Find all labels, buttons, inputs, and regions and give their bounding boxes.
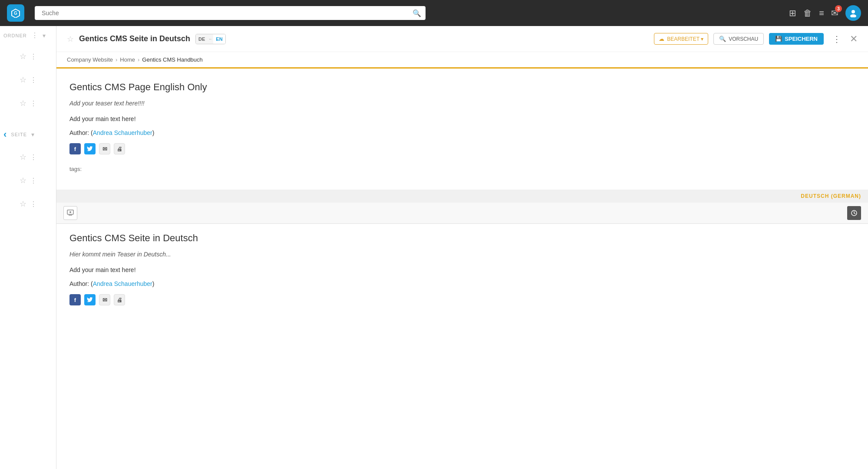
lang-arrow-icon: ←	[208, 34, 213, 44]
speichern-label: SPEICHERN	[785, 36, 818, 42]
breadcrumb: Company Website › Home › Gentics CMS Han…	[56, 52, 868, 67]
facebook-icon[interactable]: f	[69, 143, 81, 154]
star-icon-5[interactable]: ☆	[20, 176, 26, 185]
bearbeitet-button[interactable]: ☁ BEARBEITET ▾	[654, 33, 708, 45]
preview-icon: 🔍	[719, 36, 726, 42]
dots-icon-4[interactable]: ⋮	[30, 153, 37, 161]
logo[interactable]: G	[7, 4, 24, 22]
page-header: ☆ Gentics CMS Seite in Deutsch DE ← EN ☁…	[56, 26, 868, 52]
lang-en: EN	[213, 34, 225, 44]
breadcrumb-sep-2: ›	[138, 56, 139, 63]
search-icon: 🔍	[413, 9, 421, 17]
main-content: ☆ Gentics CMS Seite in Deutsch DE ← EN ☁…	[56, 26, 868, 469]
dots-icon-5[interactable]: ⋮	[30, 177, 37, 185]
english-main-text: Add your main text here!	[69, 115, 855, 122]
english-author-line: Author: (Andrea Schauerhuber)	[69, 129, 855, 136]
breadcrumb-current: Gentics CMS Handbuch	[142, 56, 202, 63]
star-icon-3[interactable]: ☆	[20, 98, 26, 108]
german-facebook-icon[interactable]: f	[69, 294, 81, 305]
dots-icon-1[interactable]: ⋮	[30, 52, 37, 61]
sidebar-ordner-label: ORDNER	[3, 33, 27, 38]
star-icon-6[interactable]: ☆	[20, 199, 26, 209]
lang-de: DE	[196, 34, 208, 44]
search-input[interactable]	[35, 6, 426, 20]
social-icons-english: f ✉ 🖨	[69, 143, 855, 154]
mail-icon[interactable]: ✉	[831, 8, 838, 18]
dots-icon-2[interactable]: ⋮	[30, 76, 37, 84]
author-link[interactable]: Andrea Schauerhuber	[93, 129, 152, 136]
author-suffix: )	[152, 129, 155, 136]
english-section-title: Gentics CMS Page English Only	[69, 82, 855, 93]
author-prefix: Author: (	[69, 129, 93, 136]
vorschau-button[interactable]: 🔍 VORSCHAU	[713, 33, 764, 45]
grid-icon[interactable]: ⊞	[789, 8, 796, 18]
german-label: DEUTSCH (GERMAN)	[801, 193, 861, 199]
page-title: Gentics CMS Seite in Deutsch	[79, 34, 190, 43]
sidebar-arrow-icon[interactable]: ‹	[3, 129, 7, 140]
sidebar-ordner-section: ORDNER ⋮ ▾	[0, 26, 56, 45]
save-icon: 💾	[775, 36, 782, 42]
german-print-icon[interactable]: 🖨	[114, 294, 125, 305]
svg-point-3	[850, 14, 856, 17]
lang-badge[interactable]: DE ← EN	[195, 34, 226, 44]
list-icon[interactable]: ≡	[819, 8, 824, 18]
svg-point-2	[851, 10, 855, 13]
english-teaser-text: Add your teaser text here!!!!	[69, 100, 855, 107]
close-icon[interactable]: ✕	[850, 33, 858, 45]
german-twitter-icon[interactable]	[84, 294, 96, 305]
sidebar-item-6: ☆ ⋮	[0, 192, 56, 216]
sidebar-seite-label: SEITE	[11, 132, 27, 137]
sidebar-item-2: ☆ ⋮	[0, 68, 56, 92]
sidebar-item-4: ☆ ⋮	[0, 145, 56, 169]
sidebar-item-3: ☆ ⋮	[0, 92, 56, 115]
star-icon-2[interactable]: ☆	[20, 75, 26, 85]
dots-icon-6[interactable]: ⋮	[30, 200, 37, 208]
speichern-button[interactable]: 💾 SPEICHERN	[769, 33, 824, 45]
sidebar: ORDNER ⋮ ▾ ☆ ⋮ ☆ ⋮ ☆ ⋮ ‹ SEITE ▾ ☆ ⋮ ☆ ⋮…	[0, 26, 56, 469]
sidebar-seite-chevron[interactable]: ▾	[31, 131, 34, 138]
sidebar-ordner-dots[interactable]: ⋮	[31, 31, 38, 39]
print-icon[interactable]: 🖨	[114, 143, 125, 154]
vorschau-label: VORSCHAU	[729, 36, 758, 42]
german-section-controls	[56, 203, 868, 224]
svg-text:G: G	[14, 11, 17, 16]
german-control-icon[interactable]	[63, 206, 77, 220]
german-main-text: Add your main text here!	[69, 266, 855, 273]
german-author-prefix: Author: (	[69, 280, 93, 287]
german-email-icon[interactable]: ✉	[99, 294, 110, 305]
navbar: G 🔍 ⊞ 🗑 ≡ ✉	[0, 0, 868, 26]
more-options-icon[interactable]: ⋮	[829, 34, 845, 44]
social-icons-german: f ✉ 🖨	[69, 294, 855, 305]
cloud-icon: ☁	[659, 36, 664, 42]
star-icon-4[interactable]: ☆	[20, 152, 26, 162]
german-section-header: DEUTSCH (GERMAN)	[56, 190, 868, 203]
svg-point-5	[69, 211, 71, 213]
german-section-title: Gentics CMS Seite in Deutsch	[69, 233, 855, 244]
search-container: 🔍	[35, 6, 426, 20]
german-section-content: Gentics CMS Seite in Deutsch Hier kommt …	[56, 224, 868, 321]
sidebar-item-5: ☆ ⋮	[0, 169, 56, 192]
avatar[interactable]	[845, 5, 861, 21]
twitter-icon[interactable]	[84, 143, 96, 154]
email-icon[interactable]: ✉	[99, 143, 110, 154]
delete-icon[interactable]: 🗑	[803, 8, 812, 18]
breadcrumb-sep-1: ›	[116, 56, 117, 63]
german-author-link[interactable]: Andrea Schauerhuber	[93, 280, 152, 287]
navbar-right: ⊞ 🗑 ≡ ✉	[789, 5, 861, 21]
breadcrumb-home[interactable]: Home	[120, 56, 135, 63]
german-author-line: Author: (Andrea Schauerhuber)	[69, 280, 855, 287]
breadcrumb-company-website[interactable]: Company Website	[67, 56, 113, 63]
german-dark-control[interactable]	[847, 206, 861, 220]
german-teaser-text: Hier kommt mein Teaser in Deutsch...	[69, 251, 855, 258]
sidebar-ordner-chevron[interactable]: ▾	[43, 32, 46, 39]
bearbeitet-label: BEARBEITET ▾	[667, 36, 703, 42]
page-star-icon[interactable]: ☆	[67, 34, 74, 44]
tags-line: tags:	[69, 161, 855, 177]
sidebar-seite-section: ‹ SEITE ▾	[0, 124, 56, 145]
dots-icon-3[interactable]: ⋮	[30, 99, 37, 108]
english-section: Gentics CMS Page English Only Add your t…	[56, 69, 868, 190]
star-icon-1[interactable]: ☆	[20, 52, 26, 61]
sidebar-item-1: ☆ ⋮	[0, 45, 56, 68]
german-author-suffix: )	[152, 280, 155, 287]
